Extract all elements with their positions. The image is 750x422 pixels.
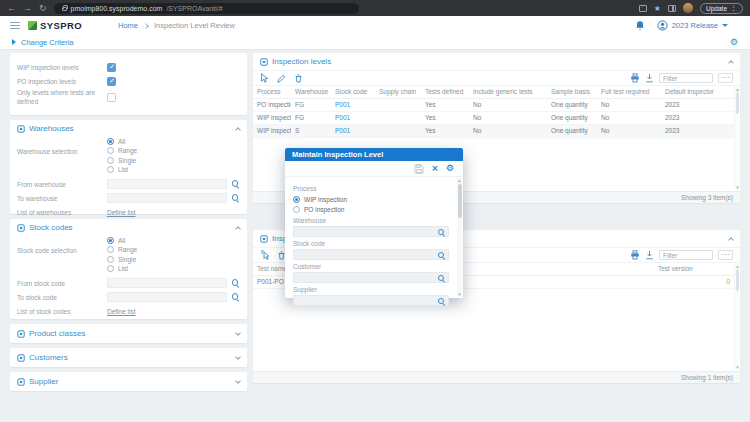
radio-option[interactable]: Single bbox=[107, 156, 137, 165]
scrollbar-thumb[interactable] bbox=[736, 269, 740, 291]
bookmark-star-icon[interactable]: ★ bbox=[654, 4, 661, 13]
search-icon[interactable] bbox=[231, 293, 240, 302]
radio-list[interactable] bbox=[107, 265, 114, 272]
radio-all[interactable] bbox=[107, 138, 114, 145]
define-stock-code-list-link[interactable]: Define list bbox=[107, 308, 136, 315]
stock-code-link[interactable]: P001 bbox=[331, 124, 375, 137]
search-icon[interactable] bbox=[437, 274, 446, 283]
col-warehouse[interactable]: Warehouse bbox=[291, 86, 331, 98]
expand-chevron-icon[interactable] bbox=[235, 378, 241, 384]
browser-reload-button[interactable]: ↻ bbox=[39, 0, 47, 16]
warehouse-input[interactable] bbox=[293, 226, 449, 237]
radio-single[interactable] bbox=[107, 256, 114, 263]
scrollbar-thumb[interactable] bbox=[458, 184, 462, 218]
search-icon[interactable] bbox=[437, 251, 446, 260]
select-pointer-icon[interactable] bbox=[260, 73, 269, 83]
to-stock-code-input[interactable] bbox=[107, 292, 227, 302]
col-default-inspector[interactable]: Default inspector bbox=[661, 86, 734, 98]
col-tests-defined[interactable]: Tests defined bbox=[421, 86, 469, 98]
more-options-button[interactable] bbox=[718, 73, 733, 83]
browser-forward-button[interactable]: → bbox=[23, 0, 32, 16]
expand-chevron-icon[interactable] bbox=[235, 354, 241, 360]
search-icon[interactable] bbox=[437, 228, 446, 237]
to-warehouse-input[interactable] bbox=[107, 193, 227, 203]
address-bar[interactable]: pmoimp800.sysprodemo.com/SYSPROAvanti/# bbox=[54, 3, 359, 14]
user-release-menu[interactable]: 2023 Release bbox=[657, 20, 728, 31]
tests-filter-input[interactable] bbox=[659, 250, 713, 260]
stock-code-input[interactable] bbox=[293, 249, 449, 260]
from-warehouse-input[interactable] bbox=[107, 179, 227, 189]
radio-single[interactable] bbox=[107, 157, 114, 164]
browser-profile-avatar[interactable] bbox=[683, 3, 693, 13]
radio-option[interactable]: Range bbox=[107, 147, 137, 156]
grid-scrollbar[interactable]: ▴ ▾ bbox=[734, 86, 739, 190]
scroll-down-icon[interactable]: ▾ bbox=[735, 184, 740, 190]
search-icon[interactable] bbox=[231, 180, 240, 189]
stock-code-link[interactable]: P001 bbox=[331, 111, 375, 124]
radio-option[interactable]: List bbox=[107, 166, 137, 175]
radio-option[interactable]: Single bbox=[107, 255, 137, 264]
browser-back-button[interactable]: ← bbox=[7, 0, 16, 16]
edit-pencil-icon[interactable] bbox=[277, 74, 286, 83]
export-download-icon[interactable] bbox=[645, 73, 654, 83]
col-process[interactable]: Process bbox=[253, 86, 291, 98]
col-test-version[interactable]: Test version bbox=[654, 263, 734, 275]
print-icon[interactable] bbox=[630, 250, 640, 260]
col-full-test-required[interactable]: Full test required bbox=[597, 86, 661, 98]
save-floppy-icon[interactable] bbox=[414, 164, 424, 174]
change-criteria-toggle[interactable]: Change Criteria bbox=[21, 38, 74, 47]
collapse-chevron-icon[interactable] bbox=[728, 237, 734, 243]
radio-list[interactable] bbox=[107, 166, 114, 173]
delete-trash-icon[interactable] bbox=[294, 74, 303, 83]
radio-option[interactable]: All bbox=[107, 137, 137, 146]
breadcrumb-home-link[interactable]: Home bbox=[118, 21, 138, 30]
radio-range[interactable] bbox=[107, 246, 114, 253]
side-panel-icon[interactable] bbox=[668, 5, 676, 12]
search-icon[interactable] bbox=[437, 297, 446, 306]
collapse-chevron-icon[interactable] bbox=[235, 226, 241, 232]
collapse-chevron-icon[interactable] bbox=[728, 60, 734, 66]
scroll-up-icon[interactable]: ▴ bbox=[457, 177, 462, 183]
radio-option[interactable]: All bbox=[107, 236, 137, 245]
modal-scrollbar[interactable]: ▴ ▾ bbox=[457, 177, 462, 297]
table-row[interactable]: WIP inspection FG P001 Yes No One quanti… bbox=[253, 111, 734, 124]
print-icon[interactable] bbox=[630, 73, 640, 83]
po-levels-checkbox[interactable] bbox=[107, 77, 116, 86]
radio-option[interactable]: Range bbox=[107, 246, 137, 255]
table-row[interactable]: WIP inspection S P001 Yes No One quantit… bbox=[253, 124, 734, 137]
more-options-button[interactable] bbox=[718, 250, 733, 260]
expand-chevron-icon[interactable] bbox=[235, 330, 241, 336]
supplier-input[interactable] bbox=[293, 295, 449, 306]
col-sample-basis[interactable]: Sample basis bbox=[547, 86, 597, 98]
radio-option[interactable]: WIP inspection bbox=[293, 194, 449, 204]
radio-range[interactable] bbox=[107, 147, 114, 154]
from-stock-code-input[interactable] bbox=[107, 278, 227, 288]
wip-inspection-radio[interactable] bbox=[293, 196, 300, 203]
customer-input[interactable] bbox=[293, 272, 449, 283]
scroll-down-icon[interactable]: ▾ bbox=[735, 364, 740, 370]
stock-code-link[interactable]: P001 bbox=[331, 98, 375, 111]
radio-option[interactable]: PO inspection bbox=[293, 204, 449, 214]
po-inspection-radio[interactable] bbox=[293, 206, 300, 213]
browser-update-button[interactable]: Update ⋮ bbox=[700, 3, 743, 14]
modal-settings-gear-icon[interactable]: ⚙ bbox=[446, 164, 454, 173]
close-icon[interactable]: × bbox=[432, 164, 438, 174]
select-pointer-icon[interactable] bbox=[260, 250, 269, 260]
table-row[interactable]: PO inspection FG P001 Yes No One quantit… bbox=[253, 98, 734, 111]
col-stock-code[interactable]: Stock code bbox=[331, 86, 375, 98]
scroll-down-icon[interactable]: ▾ bbox=[457, 291, 462, 297]
search-icon[interactable] bbox=[231, 279, 240, 288]
notifications-bell-icon[interactable] bbox=[635, 20, 645, 31]
levels-filter-input[interactable] bbox=[659, 73, 713, 83]
share-icon[interactable] bbox=[639, 5, 647, 12]
radio-all[interactable] bbox=[107, 237, 114, 244]
collapse-chevron-icon[interactable] bbox=[235, 127, 241, 133]
grid-scrollbar[interactable]: ▴ ▾ bbox=[734, 263, 739, 370]
export-download-icon[interactable] bbox=[645, 250, 654, 260]
define-warehouse-list-link[interactable]: Define list bbox=[107, 209, 136, 216]
hamburger-menu-icon[interactable] bbox=[10, 22, 20, 29]
scrollbar-thumb[interactable] bbox=[736, 92, 740, 114]
col-supply-chain[interactable]: Supply chain bbox=[375, 86, 421, 98]
wip-levels-checkbox[interactable] bbox=[107, 63, 116, 72]
page-settings-gear-icon[interactable]: ⚙ bbox=[730, 38, 738, 47]
